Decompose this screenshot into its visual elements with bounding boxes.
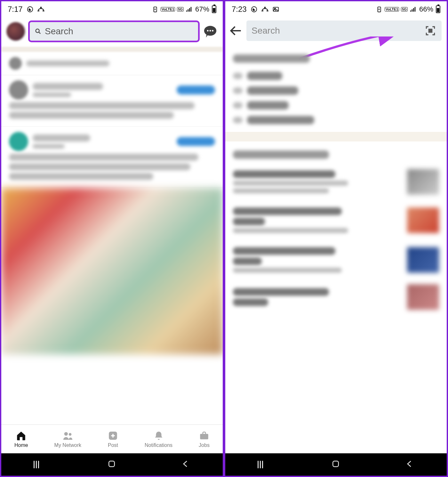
phone-right: 7:23 VoLTE1 5G 66% xyxy=(224,0,448,477)
search-input[interactable]: Search xyxy=(246,20,442,41)
nav-network[interactable]: My Network xyxy=(54,430,81,448)
gallery-icon xyxy=(272,6,279,13)
nav-jobs[interactable]: Jobs xyxy=(199,430,210,448)
feed[interactable] xyxy=(1,52,223,424)
svg-rect-3 xyxy=(188,9,188,12)
status-time: 7:23 xyxy=(232,5,247,14)
svg-rect-14 xyxy=(200,434,208,439)
messages-icon[interactable] xyxy=(203,24,218,39)
search-input[interactable]: Search xyxy=(29,22,198,41)
search-placeholder: Search xyxy=(252,26,280,36)
battery-percentage: 67% xyxy=(195,5,209,13)
nav-notifications[interactable]: Notifications xyxy=(145,430,172,448)
volte-indicator: VoLTE1 xyxy=(385,7,399,12)
status-time: 7:17 xyxy=(8,5,23,14)
missed-call-icon xyxy=(261,6,268,13)
svg-rect-22 xyxy=(413,8,414,12)
post-image[interactable] xyxy=(1,188,223,354)
app-bar: Search xyxy=(225,17,447,45)
android-back-button[interactable] xyxy=(405,459,414,470)
profile-avatar[interactable] xyxy=(6,22,25,41)
svg-rect-2 xyxy=(186,11,187,12)
bottom-nav: Home My Network Post Notifications Jobs xyxy=(1,424,223,453)
android-back-button[interactable] xyxy=(181,459,190,470)
android-recents-button[interactable] xyxy=(258,461,267,468)
back-button[interactable] xyxy=(229,24,243,38)
search-placeholder: Search xyxy=(45,26,73,36)
battery-icon xyxy=(212,5,216,13)
svg-rect-25 xyxy=(333,461,339,467)
battery-saver-icon xyxy=(152,6,159,13)
volte-indicator: VoLTE1 xyxy=(161,7,175,12)
network-indicator: 5G xyxy=(401,7,408,12)
app-bar: Search xyxy=(1,17,223,47)
svg-point-11 xyxy=(64,432,68,435)
phone-left: 7:17 VoLTE1 5G 67% Sea xyxy=(0,0,224,477)
svg-rect-4 xyxy=(189,8,190,12)
search-suggestions xyxy=(225,45,447,453)
nav-home[interactable]: Home xyxy=(14,430,28,448)
battery-saver-icon xyxy=(376,6,383,13)
svg-point-6 xyxy=(36,29,39,33)
svg-point-9 xyxy=(210,30,211,32)
battery-percentage: 66% xyxy=(419,5,433,13)
network-indicator: 5G xyxy=(177,7,184,12)
battery-icon xyxy=(436,5,440,13)
android-nav-bar xyxy=(225,453,447,476)
svg-rect-21 xyxy=(412,9,412,12)
svg-point-8 xyxy=(207,30,209,32)
svg-point-12 xyxy=(69,433,72,436)
nav-post[interactable]: Post xyxy=(108,430,118,448)
svg-rect-15 xyxy=(109,461,115,467)
android-recents-button[interactable] xyxy=(34,461,43,468)
svg-point-10 xyxy=(212,30,213,32)
svg-rect-5 xyxy=(191,7,192,12)
signal-icon xyxy=(410,6,417,13)
android-home-button[interactable] xyxy=(331,459,340,470)
svg-rect-24 xyxy=(429,29,432,32)
signal-icon xyxy=(186,6,193,13)
status-bar: 7:23 VoLTE1 5G 66% xyxy=(225,1,447,17)
svg-rect-23 xyxy=(415,7,416,12)
whatsapp-icon xyxy=(27,6,34,13)
qr-scan-icon[interactable] xyxy=(424,25,436,37)
missed-call-icon xyxy=(37,6,44,13)
svg-rect-20 xyxy=(410,11,411,12)
whatsapp-icon xyxy=(251,6,258,13)
android-home-button[interactable] xyxy=(107,459,116,470)
search-icon xyxy=(35,28,42,35)
status-bar: 7:17 VoLTE1 5G 67% xyxy=(1,1,223,17)
android-nav-bar xyxy=(1,453,223,476)
